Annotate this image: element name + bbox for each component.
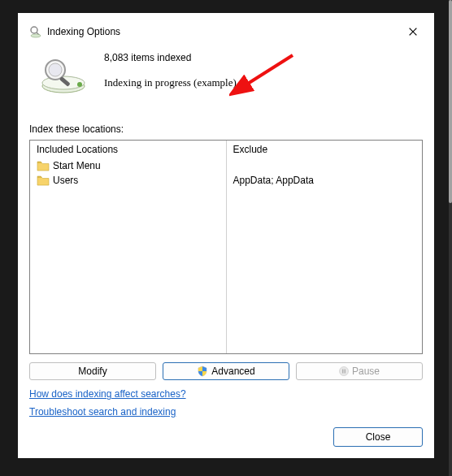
drive-search-icon: [39, 55, 88, 94]
indexing-status: Indexing in progress (example): [104, 76, 237, 89]
help-link-troubleshoot[interactable]: Troubleshoot search and indexing: [29, 406, 176, 418]
location-name: Start Menu: [53, 160, 101, 171]
folder-icon: [37, 175, 50, 186]
close-button[interactable]: Close: [333, 427, 423, 447]
dialog-title: Indexing Options: [47, 26, 403, 37]
links: How does indexing affect searches? Troub…: [29, 388, 423, 418]
pause-button: Pause: [296, 362, 423, 380]
svg-point-8: [77, 82, 82, 87]
included-header: Included Locations: [37, 144, 219, 155]
svg-rect-13: [342, 370, 343, 374]
list-item: AppData; AppData: [233, 173, 416, 188]
svg-point-0: [31, 27, 37, 33]
scrollbar-thumb[interactable]: [449, 0, 452, 203]
included-column: Included Locations Start Menu Users: [30, 141, 226, 353]
list-item[interactable]: Start Menu: [37, 158, 219, 173]
help-link-searches[interactable]: How does indexing affect searches?: [29, 388, 186, 400]
indexing-options-dialog: Indexing Options: [18, 13, 434, 458]
list-item[interactable]: Users: [37, 173, 219, 188]
close-icon[interactable]: [403, 22, 423, 41]
svg-point-10: [49, 63, 62, 76]
location-name: Users: [53, 175, 78, 186]
shield-icon: [197, 366, 208, 377]
exclude-column: Exclude AppData; AppData: [226, 141, 423, 353]
svg-rect-14: [345, 370, 346, 374]
buttons-row: Modify Advanced: [29, 362, 423, 380]
titlebar: Indexing Options: [29, 21, 423, 42]
indexed-count: 8,083 items indexed: [104, 52, 237, 63]
advanced-button[interactable]: Advanced: [163, 362, 289, 380]
svg-point-2: [31, 34, 41, 37]
modify-button[interactable]: Modify: [29, 362, 156, 380]
list-item: [233, 158, 416, 173]
folder-icon: [37, 160, 50, 171]
exclude-header: Exclude: [233, 144, 416, 155]
header: 8,083 items indexed Indexing in progress…: [29, 52, 423, 94]
svg-point-12: [339, 367, 348, 376]
modify-label: Modify: [78, 366, 106, 377]
locations-list[interactable]: Included Locations Start Menu Users Excl…: [29, 140, 423, 354]
pause-label: Pause: [352, 366, 380, 377]
indexing-icon: [29, 25, 42, 38]
pause-icon: [339, 366, 349, 376]
footer: Close: [29, 427, 423, 447]
locations-label: Index these locations:: [29, 123, 423, 135]
scrollbar[interactable]: [449, 0, 452, 476]
advanced-label: Advanced: [211, 366, 254, 377]
exclude-value: AppData; AppData: [233, 175, 314, 186]
